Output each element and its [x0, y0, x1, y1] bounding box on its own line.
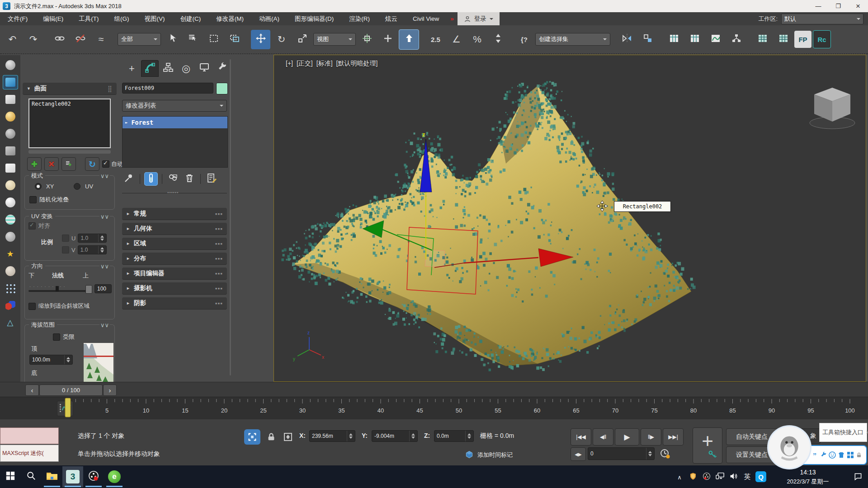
undo-button[interactable]: ↶	[3, 30, 22, 49]
spinner-icon[interactable]	[98, 234, 104, 242]
select-and-rotate-button[interactable]: ↻	[272, 30, 291, 49]
object-name-field[interactable]: Forest009	[122, 83, 213, 94]
viewport[interactable]: zxyz [+] [正交] [标准] [默认明暗处理] Rectangle002	[274, 55, 866, 382]
select-and-link-button[interactable]	[50, 30, 69, 49]
absolute-offset-toggle[interactable]	[281, 430, 295, 444]
viewport-shading-label[interactable]: [默认明暗处理]	[336, 60, 378, 68]
layer-explorer-button[interactable]	[664, 30, 684, 49]
collapse-chevrons-icon[interactable]: ∨∨	[99, 215, 110, 219]
spinner-icon[interactable]	[465, 431, 471, 441]
named-selection-sets-dropdown[interactable]: 创建选择集	[535, 33, 610, 46]
direction-slider[interactable]: ··········	[28, 284, 92, 293]
select-object-button[interactable]	[162, 30, 182, 49]
next-frame-button[interactable]: ›	[103, 385, 117, 396]
rollout-7[interactable]: ►阴影▪▪▪	[122, 297, 227, 310]
spinner-snap-button[interactable]	[488, 30, 508, 49]
edit-named-selections-button[interactable]: {?	[514, 30, 534, 49]
maximize-button[interactable]: ❐	[828, 0, 848, 12]
u-scale-field[interactable]: 1.0	[78, 234, 107, 243]
rendered-image-icon[interactable]	[3, 92, 18, 107]
add-time-tag[interactable]: 添加时间标记	[477, 451, 513, 459]
mode-xy-radio[interactable]: XY	[35, 183, 54, 190]
rollout-2[interactable]: ►几何体▪▪▪	[122, 223, 227, 235]
surface-list-scrollbar[interactable]	[28, 150, 111, 154]
bind-to-space-warp-button[interactable]: ≈	[91, 30, 111, 49]
pin-stack-button[interactable]	[122, 172, 136, 186]
unlink-selection-button[interactable]	[71, 30, 90, 49]
viewport-standard-label[interactable]: [标准]	[316, 60, 333, 68]
select-and-scale-button[interactable]	[292, 30, 312, 49]
tab-modify[interactable]	[141, 60, 159, 77]
time-slider-button[interactable]: 0 / 100	[39, 385, 103, 396]
modifier-list-dropdown[interactable]: 修改器列表	[122, 100, 227, 112]
render-teapot-icon[interactable]	[3, 58, 18, 72]
link-chain-icon[interactable]	[3, 127, 18, 141]
surface-list[interactable]: Rectangle002	[28, 99, 111, 148]
toolbox-close-icon[interactable]: ×	[866, 429, 868, 436]
maxscript-mini-listener[interactable]: MAXScript 迷你(	[0, 445, 59, 462]
top-altitude-field[interactable]: 100.0m	[29, 355, 73, 365]
object-color-swatch[interactable]	[216, 83, 228, 94]
ime-skin-icon[interactable]	[837, 448, 845, 462]
rendered-frame-button[interactable]	[774, 30, 793, 49]
spinner-icon[interactable]	[64, 355, 70, 364]
close-button[interactable]: ×	[848, 0, 868, 12]
slate-editor-icon[interactable]	[3, 144, 18, 158]
show-end-result-button[interactable]	[144, 172, 158, 186]
ime-tools-icon[interactable]	[820, 448, 828, 462]
qq-tray-button[interactable]: Q	[754, 466, 768, 487]
x-coord-field[interactable]: 239.56m	[309, 430, 355, 442]
network-button[interactable]	[713, 466, 727, 487]
snaps-toggle-button[interactable]: 2.5	[426, 30, 445, 49]
rollout-3[interactable]: ►区域▪▪▪	[122, 238, 227, 250]
next-key-button[interactable]: ‖▶	[641, 428, 661, 446]
material-sample-icon[interactable]	[3, 109, 18, 124]
redo-button[interactable]: ↷	[24, 30, 43, 49]
spinner-icon[interactable]	[98, 246, 104, 254]
fit-slope-checkbox[interactable]: 缩放到适合斜坡区域	[28, 302, 90, 310]
tray-expand-button[interactable]: ∧	[673, 466, 686, 487]
menu-item-8[interactable]: 动画(A)	[251, 12, 287, 25]
y-coord-field[interactable]: -9.004m	[372, 430, 418, 442]
add-surface-button[interactable]	[27, 157, 42, 171]
reference-coordinate-dropdown[interactable]: 视图	[313, 33, 356, 46]
window-crossing-button[interactable]	[225, 30, 244, 49]
spinner-icon[interactable]	[646, 448, 652, 460]
taskbar-explorer-button[interactable]	[42, 466, 62, 487]
tab-display[interactable]	[195, 60, 213, 77]
taskbar-start-button[interactable]	[0, 466, 21, 487]
rect-selection-region-button[interactable]	[204, 30, 223, 49]
rollout-1[interactable]: ►常规▪▪▪	[122, 208, 227, 220]
surface-list-item[interactable]: Rectangle002	[32, 101, 108, 107]
expand-icon[interactable]: ►	[125, 120, 127, 125]
isolate-selection-toggle[interactable]	[244, 429, 260, 445]
menu-item-2[interactable]: 编辑(E)	[35, 12, 71, 25]
card-icon[interactable]	[3, 161, 18, 175]
timeline-ruler[interactable]: 0510152025303540455055606570758085909510…	[0, 397, 868, 419]
select-by-name-button[interactable]	[183, 30, 203, 49]
particle-grid-icon[interactable]	[3, 281, 18, 296]
modifier-stack[interactable]: ►Forest	[122, 116, 228, 168]
panel-scrollbar[interactable]	[230, 59, 231, 375]
menu-item-4[interactable]: 组(G)	[107, 12, 137, 25]
slider-handle[interactable]	[85, 285, 92, 294]
cream-sphere-icon[interactable]	[3, 178, 18, 192]
sun-light-icon[interactable]: ★	[3, 247, 18, 261]
v-scale-field[interactable]: 1.0	[78, 245, 107, 254]
prev-frame-button[interactable]: ‹	[25, 385, 39, 396]
spiky-sphere-icon[interactable]	[3, 230, 18, 244]
go-to-end-button[interactable]: ▶▶|	[663, 428, 684, 446]
menu-item-7[interactable]: 修改器(M)	[208, 12, 251, 25]
use-pivot-center-button[interactable]	[357, 30, 377, 49]
pick-list-button[interactable]	[61, 157, 76, 171]
collapse-chevrons-icon[interactable]: ∨∨	[99, 174, 110, 178]
spinner-icon[interactable]	[347, 431, 353, 441]
select-and-manipulate-button[interactable]	[378, 30, 397, 49]
v-lock-checkbox[interactable]	[62, 246, 69, 253]
menu-item-12[interactable]: Civil View	[405, 12, 447, 25]
mode-uv-radio[interactable]: UV	[74, 183, 93, 190]
forest-pack-button[interactable]: FP	[794, 31, 811, 48]
play-button[interactable]: ▶	[615, 428, 639, 446]
taskbar-search-button[interactable]	[21, 466, 42, 487]
select-and-move-button[interactable]	[251, 30, 270, 49]
